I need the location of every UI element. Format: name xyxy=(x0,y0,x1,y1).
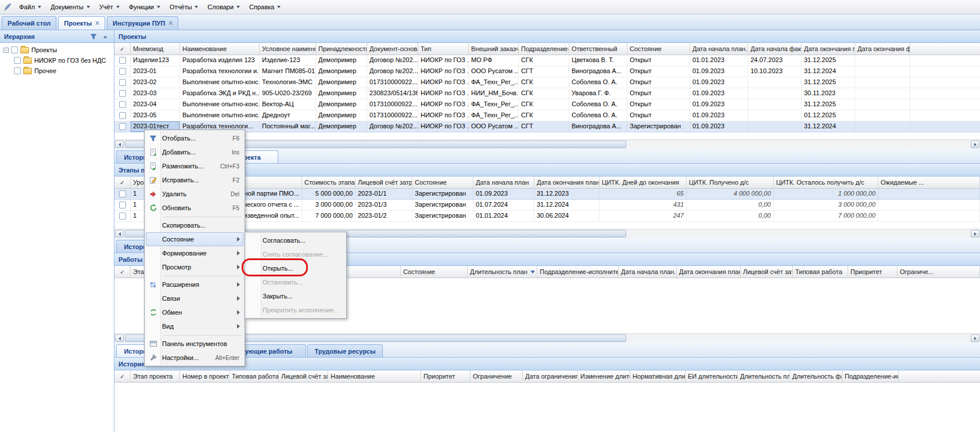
column-header[interactable]: Дата окончания ф xyxy=(855,43,910,55)
column-header[interactable]: Лицевой счёт затр xyxy=(741,266,793,278)
column-header[interactable]: Наименование xyxy=(328,370,421,382)
scroll-right-icon[interactable] xyxy=(971,141,979,148)
column-header[interactable]: Внешний заказчик xyxy=(469,43,519,55)
column-header[interactable]: Состояние xyxy=(627,43,690,55)
column-header[interactable]: Дата окончания план xyxy=(677,266,741,278)
tree-node[interactable]: Прочее xyxy=(1,66,113,76)
column-header[interactable]: ✓ xyxy=(114,177,131,188)
column-header[interactable]: Типовая работа xyxy=(793,266,848,278)
tab-item[interactable]: Проекты× xyxy=(58,16,105,30)
menu-item[interactable]: Закрыть... xyxy=(246,289,345,303)
tab-close-icon[interactable]: × xyxy=(168,20,173,26)
column-header[interactable]: Нормативная длит xyxy=(630,370,685,382)
column-header[interactable]: Типовая работа xyxy=(229,370,279,382)
column-header[interactable]: ЦИТК. Дней до окончания xyxy=(600,177,687,188)
column-header[interactable]: Дата начала факт xyxy=(748,43,802,55)
column-header[interactable]: Ожидаемые ... xyxy=(878,177,980,188)
table-row[interactable]: 2023-04Выполнение опытно-конс...Вектор-А… xyxy=(114,99,980,110)
node-checkbox[interactable] xyxy=(14,57,21,64)
row-checkbox[interactable] xyxy=(119,213,126,219)
column-header[interactable]: ЦИТК. Осталось получить д/с xyxy=(774,177,878,188)
menubar-item[interactable]: Отчёты xyxy=(165,1,203,13)
row-checkbox[interactable] xyxy=(119,123,126,130)
column-header[interactable]: Приоритет xyxy=(421,370,471,382)
menubar-item[interactable]: Функции xyxy=(124,1,165,13)
scroll-right-icon[interactable] xyxy=(971,230,979,237)
menubar-item[interactable]: Документы xyxy=(46,1,95,13)
column-header[interactable]: Ограниче... xyxy=(898,266,980,278)
row-checkbox[interactable] xyxy=(119,68,126,75)
column-header[interactable]: Ограничение xyxy=(471,370,523,382)
column-header[interactable]: Состояние xyxy=(401,266,468,278)
row-checkbox[interactable] xyxy=(119,101,126,108)
column-header[interactable]: Дата начала план. xyxy=(690,43,748,55)
scroll-left-icon[interactable] xyxy=(115,141,124,148)
menu-item[interactable]: Отобрать...F6 xyxy=(146,131,243,145)
menubar-item[interactable]: Учёт xyxy=(95,1,124,13)
menu-item[interactable]: Вид xyxy=(146,319,243,333)
column-header[interactable]: Условное наименова xyxy=(260,43,316,55)
node-checkbox[interactable] xyxy=(11,46,18,53)
table-row[interactable]: Изделие123Разработка изделия 123Изделие-… xyxy=(114,55,980,66)
column-header[interactable]: Подразделение-исполнитель.. xyxy=(537,266,619,278)
row-checkbox[interactable] xyxy=(119,201,126,208)
menu-item[interactable]: Панель инструментов xyxy=(146,337,243,351)
scroll-right-icon[interactable] xyxy=(971,334,979,342)
table-row[interactable]: 2023-05Выполнение опытно-конс...Дредноут… xyxy=(114,110,980,121)
menu-item[interactable]: Расширения xyxy=(146,278,243,291)
menu-item[interactable]: Согласовать... xyxy=(246,233,345,247)
row-checkbox[interactable] xyxy=(119,190,126,197)
menu-item[interactable]: Скопировать... xyxy=(146,218,243,232)
row-checkbox[interactable] xyxy=(119,79,126,86)
menubar-item[interactable]: Справка xyxy=(245,1,285,13)
row-checkbox[interactable] xyxy=(119,57,126,64)
menu-item[interactable]: Связи xyxy=(146,291,243,305)
menu-item[interactable]: ОбновитьF5 xyxy=(146,201,243,215)
column-header[interactable]: Номер в проекте xyxy=(180,370,229,382)
menu-item[interactable]: Состояние xyxy=(146,232,243,246)
column-header[interactable]: ✓ xyxy=(114,43,131,55)
column-header[interactable]: Лицевой счёт затрат xyxy=(356,177,412,188)
column-header[interactable]: Приоритет xyxy=(848,266,898,278)
column-header[interactable]: ✓ xyxy=(114,266,131,278)
column-header[interactable]: Лицевой счёт затр xyxy=(279,370,328,382)
menubar-item[interactable]: Файл xyxy=(15,1,46,13)
column-header[interactable]: Изменение длите xyxy=(578,370,630,382)
collapse-panel-icon[interactable]: « xyxy=(100,32,110,41)
row-checkbox[interactable] xyxy=(119,90,126,97)
scroll-left-icon[interactable] xyxy=(115,334,124,342)
column-header[interactable]: Мнемокод xyxy=(131,43,180,55)
node-checkbox[interactable] xyxy=(14,67,21,74)
menu-item[interactable]: УдалитьDel xyxy=(146,187,243,201)
menu-item[interactable]: Просмотр xyxy=(146,260,243,274)
scroll-left-icon[interactable] xyxy=(115,230,124,237)
column-header[interactable]: Подразделение-от xyxy=(519,43,569,55)
column-header[interactable]: Этап проекта xyxy=(131,370,180,382)
menu-item[interactable]: Добавить...Ins xyxy=(146,145,243,159)
menu-item[interactable]: Открыть... xyxy=(246,261,345,275)
column-header[interactable]: Длительность пла xyxy=(738,370,790,382)
tree-node[interactable]: −Проекты xyxy=(1,45,113,55)
column-header[interactable]: Принадлежность xyxy=(316,43,367,55)
column-header[interactable]: Дата начала план. xyxy=(619,266,677,278)
menu-item[interactable]: Исправить...F2 xyxy=(146,173,243,187)
column-header[interactable]: Дата начала план xyxy=(473,177,534,188)
menu-item[interactable]: Настройки...Alt+Enter xyxy=(146,351,243,365)
column-header[interactable]: Длительность план xyxy=(468,266,537,278)
table-row[interactable]: 2023-03Разработка ЭКД и РКД н...905-U020… xyxy=(114,88,980,99)
table-row[interactable]: 2023-02Выполнение опытно-конс...Технолог… xyxy=(114,77,980,88)
tab-close-icon[interactable]: × xyxy=(95,20,99,26)
tab-item[interactable]: Инструкции ПУП× xyxy=(107,16,178,30)
tab-item[interactable]: Рабочий стол xyxy=(2,16,56,30)
column-header[interactable]: Длительность фак xyxy=(790,370,842,382)
column-header[interactable]: Дата ограничения xyxy=(523,370,578,382)
column-header[interactable]: Документ-основан xyxy=(367,43,418,55)
tree-expander-icon[interactable]: − xyxy=(3,48,9,53)
table-row[interactable]: 2023-01Разработка технологии и...Магнит … xyxy=(114,66,980,77)
tab-item[interactable]: Трудовые ресурсы xyxy=(307,344,383,357)
column-header[interactable]: Состояние xyxy=(412,177,473,188)
column-header[interactable]: Подразделение-ис xyxy=(842,370,899,382)
column-header[interactable]: Ответственный xyxy=(569,43,627,55)
menu-item[interactable]: Обмен xyxy=(146,305,243,319)
column-header[interactable]: Стоимость этапа xyxy=(302,177,356,188)
